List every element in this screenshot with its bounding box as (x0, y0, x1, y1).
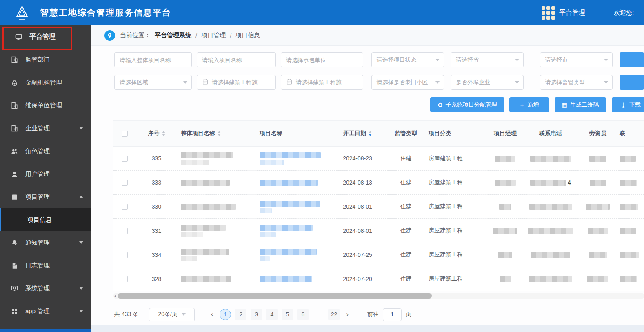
row-checkbox[interactable] (122, 156, 128, 162)
sidebar-item-角色管理[interactable]: 角色管理 (0, 140, 91, 163)
select-请选择是否老旧小区[interactable]: 请选择是否老旧小区 (371, 75, 444, 90)
select-请选择省[interactable]: 请选择省 (451, 52, 523, 67)
text-input[interactable] (286, 57, 359, 63)
cell-overall-project-name-redacted (178, 243, 256, 267)
column-header-联: 联 (616, 130, 644, 137)
next-page-button[interactable]: › (344, 311, 351, 318)
filter-row-1: 请选择项目状态请选择省请选择市 (114, 52, 644, 67)
plus-icon: ＋ (519, 102, 525, 108)
page-ellipsis: ... (313, 309, 324, 320)
subsystem-assign-button[interactable]: ⚙ 子系统项目分配管理 (430, 97, 504, 112)
row-checkbox[interactable] (122, 228, 128, 234)
row-checkbox[interactable] (122, 204, 128, 210)
platform-grid-icon[interactable] (542, 6, 555, 20)
cell-project-manager-redacted (489, 219, 522, 243)
cell-labor-officer-redacted (580, 171, 616, 194)
search-button-truncated[interactable] (620, 52, 644, 67)
page-button-3[interactable]: 3 (251, 309, 262, 320)
select-请选择市[interactable]: 请选择市 (540, 52, 613, 67)
page-button-4[interactable]: 4 (266, 309, 278, 320)
sidebar-item-维保单位管理[interactable]: 维保单位管理 (0, 94, 91, 117)
prev-page-button[interactable]: ‹ (209, 311, 215, 318)
sidebar-item-通知管理[interactable]: 通知管理 (0, 231, 91, 254)
cell-project-name-link-redacted[interactable] (256, 147, 329, 170)
breadcrumb-root[interactable]: 平台管理系统 (155, 31, 191, 39)
sidebar-item-项目信息[interactable]: 项目信息 (0, 208, 91, 231)
cell-seq: 334 (135, 243, 178, 267)
row-checkbox[interactable] (122, 180, 128, 186)
sidebar-item-label: 日志管理 (25, 262, 83, 270)
cell-supervision-type: 住建 (386, 147, 425, 170)
column-header-序号[interactable]: 序号 (135, 130, 178, 137)
sidebar-item-金融机构管理[interactable]: 金融机构管理 (0, 71, 91, 94)
input-请选择承包单位[interactable] (281, 52, 363, 67)
row-checkbox[interactable] (122, 252, 128, 258)
input-请输入整体项目名称[interactable] (114, 52, 192, 67)
row-checkbox[interactable] (122, 276, 128, 282)
cell-seq: 333 (135, 171, 178, 194)
select-请选择项目状态[interactable]: 请选择项目状态 (371, 52, 444, 67)
calendar-icon (286, 78, 293, 86)
sidebar-item-平台管理[interactable]: 平台管理 (0, 25, 91, 48)
sidebar-item-app管理[interactable]: app 管理 (0, 300, 91, 323)
text-input[interactable] (120, 57, 187, 63)
page-button-1[interactable]: 1 (220, 309, 231, 320)
cell-contact-phone-redacted: 4 (522, 171, 580, 194)
column-header-整体项目名称[interactable]: 整体项目名称 (178, 130, 256, 137)
sort-icon[interactable] (218, 131, 221, 136)
select-all-checkbox[interactable] (122, 131, 128, 137)
folder-icon (11, 193, 19, 201)
reset-button-truncated[interactable] (620, 75, 644, 90)
page-button-2[interactable]: 2 (235, 309, 246, 320)
breadcrumb-prefix: 当前位置： (120, 31, 151, 39)
topbar-platform-label[interactable]: 平台管理 (559, 9, 585, 17)
cell-truncated-redacted (616, 219, 644, 243)
page-button-22[interactable]: 22 (328, 309, 340, 320)
sidebar-item-日志管理[interactable]: 日志管理 (0, 254, 91, 277)
cell-project-name-link-redacted[interactable] (256, 219, 329, 243)
column-header-劳资员: 劳资员 (580, 130, 616, 137)
sidebar: 平台管理监管部门金融机构管理维保单位管理企业管理角色管理用户管理项目管理项目信息… (0, 25, 91, 332)
add-button[interactable]: ＋ 新增 (509, 97, 549, 112)
top-header-bar: 智慧工地综合管理服务信息平台 平台管理 欢迎您: (0, 0, 644, 25)
cell-project-name-link-redacted[interactable] (256, 171, 329, 194)
horizontal-scrollbar[interactable]: ◂ (113, 293, 644, 299)
cell-project-manager-redacted (489, 267, 522, 291)
goto-page-input[interactable] (383, 308, 402, 321)
scrollbar-thumb[interactable] (118, 293, 432, 299)
cell-supervision-type: 住建 (386, 195, 425, 218)
datepicker-请选择建筑工程施[interactable]: 请选择建筑工程施 (197, 75, 276, 90)
sidebar-item-用户管理[interactable]: 用户管理 (0, 163, 91, 185)
sort-icon[interactable] (162, 131, 165, 136)
select-请选择区域[interactable]: 请选择区域 (114, 75, 192, 90)
text-input[interactable] (202, 57, 271, 63)
select-请选择监管类型[interactable]: 请选择监管类型 (540, 75, 613, 90)
generate-qrcode-button[interactable]: ▦ 生成二维码 (555, 97, 606, 112)
sidebar-item-label: app 管理 (25, 307, 77, 315)
app-grid-icon (11, 307, 19, 315)
input-请输入项目名称[interactable] (197, 52, 276, 67)
sidebar-item-label: 通知管理 (25, 239, 77, 247)
cell-project-name-link-redacted[interactable] (256, 243, 329, 267)
scroll-left-arrow-icon[interactable]: ◂ (114, 294, 116, 298)
page-button-5[interactable]: 5 (282, 309, 293, 320)
sidebar-item-监管部门[interactable]: 监管部门 (0, 48, 91, 71)
sort-icon[interactable] (369, 131, 372, 136)
cell-seq: 328 (135, 267, 178, 291)
column-header-开工日期[interactable]: 开工日期 (329, 130, 386, 137)
page-button-6[interactable]: 6 (297, 309, 309, 320)
datepicker-请选择建筑工程施[interactable]: 请选择建筑工程施 (281, 75, 363, 90)
cell-project-name-link-redacted[interactable] (256, 267, 329, 291)
select-是否外埠企业[interactable]: 是否外埠企业 (451, 75, 523, 90)
cell-project-name-link-redacted[interactable] (256, 195, 329, 218)
sidebar-item-企业管理[interactable]: 企业管理 (0, 117, 91, 140)
sidebar-item-系统管理[interactable]: 系统管理 (0, 277, 91, 300)
cursor-bar (11, 34, 11, 40)
breadcrumb-item-project-mgmt[interactable]: 项目管理 (201, 31, 226, 39)
table-row: 3302024-08-01住建房屋建筑工程 (113, 195, 644, 219)
download-button[interactable]: ⭳ 下载 (612, 97, 644, 112)
breadcrumb-item-project-info[interactable]: 项目信息 (235, 31, 260, 39)
page-size-select[interactable]: 20条/页 (149, 308, 195, 321)
sidebar-item-项目管理[interactable]: 项目管理 (0, 185, 91, 208)
cell-contact-phone-redacted (522, 147, 580, 170)
